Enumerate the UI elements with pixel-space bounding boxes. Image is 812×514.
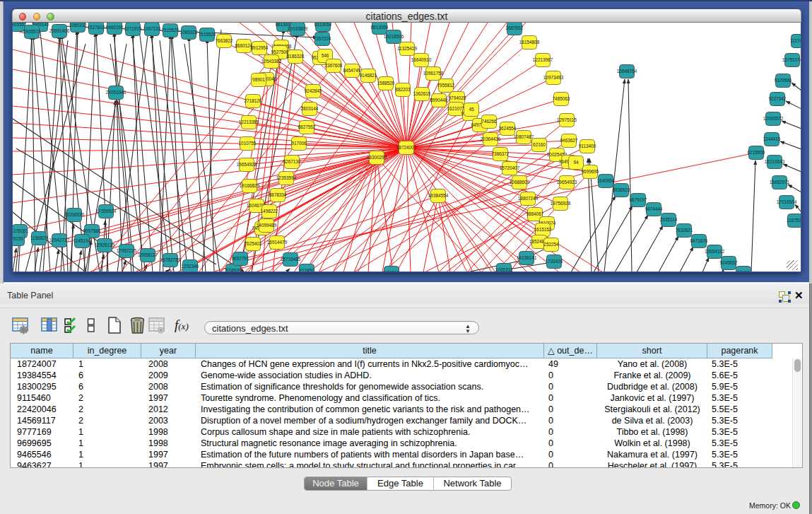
- svg-text:1156829: 1156829: [30, 235, 48, 240]
- svg-text:9245652: 9245652: [720, 260, 738, 265]
- svg-text:10654112: 10654112: [705, 249, 724, 254]
- svg-text:7386372: 7386372: [492, 151, 510, 156]
- svg-text:9329966: 9329966: [775, 78, 792, 83]
- svg-text:7357224: 7357224: [314, 36, 331, 41]
- svg-text:9699695: 9699695: [582, 169, 599, 174]
- svg-text:10033809: 10033809: [288, 26, 308, 31]
- svg-text:98452: 98452: [737, 270, 750, 271]
- svg-text:94: 94: [573, 160, 579, 165]
- svg-text:16648764: 16648764: [617, 69, 637, 74]
- svg-text:20691406: 20691406: [49, 28, 70, 33]
- svg-text:8471676: 8471676: [690, 238, 708, 243]
- svg-text:1292346: 1292346: [182, 264, 199, 269]
- svg-text:17957225: 17957225: [117, 248, 137, 253]
- svg-text:14136141: 14136141: [517, 255, 537, 260]
- svg-text:12093572: 12093572: [763, 116, 784, 121]
- svg-text:2687652: 2687652: [506, 25, 524, 30]
- svg-text:10807487: 10807487: [514, 134, 534, 139]
- svg-text:1067133: 1067133: [143, 26, 161, 31]
- svg-text:9657791: 9657791: [232, 256, 249, 261]
- svg-text:8813054: 8813054: [371, 25, 389, 30]
- svg-text:3624554: 3624554: [499, 126, 517, 131]
- svg-text:1065333: 1065333: [495, 267, 513, 271]
- svg-text:16782759: 16782759: [160, 257, 181, 262]
- svg-text:20206536: 20206536: [64, 212, 85, 217]
- svg-text:11325419: 11325419: [397, 46, 417, 51]
- svg-text:12213389: 12213389: [239, 119, 259, 124]
- svg-text:1615152: 1615152: [534, 227, 552, 232]
- svg-text:8454749: 8454749: [343, 68, 361, 73]
- svg-text:2935114: 2935114: [660, 217, 678, 222]
- svg-text:912450: 912450: [299, 268, 314, 271]
- svg-text:1905572: 1905572: [23, 29, 41, 34]
- svg-text:9794028: 9794028: [449, 95, 466, 100]
- svg-text:882203: 882203: [395, 87, 411, 92]
- svg-text:8938923: 8938923: [613, 187, 630, 192]
- svg-text:746266: 746266: [481, 119, 497, 124]
- svg-text:9227342: 9227342: [769, 96, 787, 101]
- svg-text:917006: 917006: [291, 141, 307, 146]
- svg-text:7515526: 7515526: [199, 32, 216, 37]
- svg-text:7632621: 7632621: [676, 228, 693, 233]
- svg-text:10961758: 10961758: [423, 71, 444, 76]
- svg-text:62160: 62160: [533, 142, 546, 147]
- svg-text:16154808: 16154808: [519, 40, 540, 45]
- svg-text:19654923: 19654923: [237, 162, 257, 167]
- svg-text:12942737: 12942737: [49, 238, 70, 243]
- svg-text:1733426: 1733426: [546, 259, 563, 264]
- svg-text:10543382: 10543382: [261, 59, 282, 64]
- svg-text:174262: 174262: [384, 270, 399, 271]
- svg-text:10688609: 10688609: [510, 180, 530, 185]
- svg-text:16640910: 16640910: [411, 57, 432, 62]
- svg-text:8878334: 8878334: [269, 192, 287, 197]
- svg-text:2367608: 2367608: [325, 63, 343, 68]
- svg-text:12213967: 12213967: [533, 57, 553, 62]
- svg-text:1244415: 1244415: [763, 136, 781, 141]
- svg-text:10958117: 10958117: [138, 252, 158, 257]
- svg-text:7515520: 7515520: [162, 28, 180, 33]
- svg-text:546: 546: [322, 53, 329, 58]
- svg-text:16914479: 16914479: [267, 240, 288, 245]
- svg-text:15720407: 15720407: [500, 165, 520, 170]
- svg-text:2718126: 2718126: [245, 98, 262, 103]
- svg-text:12353594: 12353594: [276, 175, 297, 180]
- svg-text:8912954: 8912954: [251, 45, 269, 50]
- svg-text:29053346: 29053346: [106, 90, 126, 95]
- svg-text:8827552: 8827552: [298, 124, 316, 129]
- svg-text:8990448: 8990448: [430, 98, 448, 103]
- svg-text:45: 45: [469, 107, 474, 112]
- svg-text:6879197: 6879197: [630, 197, 647, 202]
- svg-text:19384554: 19384554: [428, 193, 449, 198]
- svg-text:16210643: 16210643: [765, 159, 785, 164]
- svg-text:98901: 98901: [252, 77, 265, 82]
- svg-text:19166829: 19166829: [240, 183, 260, 188]
- svg-text:14099489: 14099489: [257, 223, 277, 228]
- svg-text:18300295: 18300295: [367, 155, 387, 160]
- svg-text:8215958: 8215958: [748, 150, 765, 155]
- svg-text:9474444: 9474444: [645, 206, 663, 211]
- svg-text:7955812: 7955812: [437, 83, 455, 88]
- svg-text:1010755: 1010755: [239, 141, 257, 146]
- svg-text:1640954: 1640954: [597, 178, 615, 183]
- svg-text:7485063: 7485063: [553, 96, 570, 101]
- svg-text:12975115: 12975115: [557, 117, 577, 122]
- svg-text:7625402: 7625402: [245, 241, 262, 246]
- svg-text:10973493: 10973493: [543, 75, 564, 80]
- svg-text:1117404: 1117404: [790, 38, 801, 43]
- svg-text:8313054: 8313054: [314, 23, 332, 27]
- svg-text:7663822: 7663822: [216, 38, 233, 43]
- svg-text:9997586: 9997586: [83, 228, 101, 233]
- svg-text:18807249: 18807249: [518, 196, 539, 201]
- svg-text:9884067: 9884067: [526, 211, 544, 216]
- svg-text:39159: 39159: [13, 236, 23, 241]
- svg-text:18724007: 18724007: [396, 145, 417, 150]
- svg-text:19654923: 19654923: [557, 180, 577, 185]
- svg-text:17016504: 17016504: [777, 199, 797, 204]
- svg-text:19756928: 19756928: [551, 201, 571, 206]
- svg-text:1588520: 1588520: [377, 81, 395, 86]
- svg-text:17359924: 17359924: [96, 209, 117, 214]
- svg-text:20364436: 20364436: [481, 136, 501, 141]
- svg-text:15718485: 15718485: [281, 257, 301, 262]
- svg-text:1527602: 1527602: [88, 25, 105, 30]
- svg-text:8267130: 8267130: [283, 159, 301, 164]
